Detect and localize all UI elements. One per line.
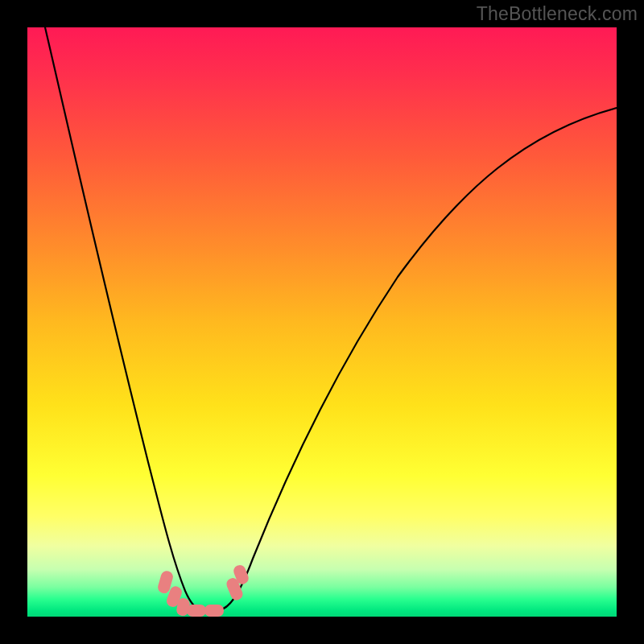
chart-frame: TheBottleneck.com [0,0,644,644]
svg-rect-4 [204,605,224,617]
watermark-text: TheBottleneck.com [477,3,638,25]
bottleneck-curve [45,27,617,610]
curve-layer [27,27,617,617]
valley-markers [156,564,250,617]
svg-rect-3 [187,605,206,617]
plot-area [27,27,617,617]
